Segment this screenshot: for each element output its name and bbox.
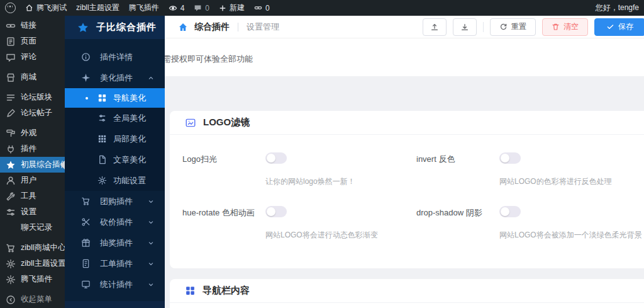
download-icon bbox=[460, 23, 469, 31]
plugin-nav-label: 砍价插件 bbox=[100, 217, 133, 228]
invert-toggle[interactable] bbox=[499, 152, 521, 164]
drop-shadow-toggle[interactable] bbox=[499, 206, 521, 217]
adminbar-tengfei-label: 腾飞插件 bbox=[129, 3, 159, 13]
plugin-nav-label: 全局美化 bbox=[113, 113, 146, 124]
plugin-nav-nav-beautify[interactable]: 导航美化 bbox=[65, 88, 165, 108]
adminbar-greeting[interactable]: 您好，tengfe bbox=[596, 3, 639, 13]
plugin-nav-article-beautify[interactable]: 文章美化 bbox=[65, 149, 165, 170]
link-count: 0 bbox=[265, 4, 270, 13]
logo-sweep-toggle[interactable] bbox=[265, 152, 287, 164]
hue-rotate-toggle[interactable] bbox=[265, 206, 287, 217]
sidebar-item-comments[interactable]: 评论 bbox=[0, 49, 65, 65]
adminbar-new[interactable]: 新建 bbox=[219, 3, 245, 13]
home-icon bbox=[25, 4, 33, 12]
adminbar-tengfei-plugin[interactable]: 腾飞插件 bbox=[129, 3, 159, 13]
adminbar-links-count[interactable]: 0 bbox=[254, 4, 270, 13]
plugin-nav-lottery-group[interactable]: 抽奖插件 bbox=[65, 232, 165, 253]
field-description: 让你的网站logo焕然一新！ bbox=[265, 176, 355, 187]
sidebar-item-zibll-shop-center[interactable]: zibll商城中心 bbox=[0, 240, 65, 256]
field-description: 网站LOGO的色彩将进行反色处理 bbox=[499, 176, 612, 187]
reset-button[interactable]: 重置 bbox=[490, 18, 536, 36]
main-content: 综合插件 设置管理 重置 清空 bbox=[165, 16, 644, 308]
sliders-icon bbox=[97, 113, 107, 123]
view-count: 4 bbox=[180, 4, 185, 13]
plugin-nav-label: 导航美化 bbox=[113, 93, 146, 104]
trash-icon bbox=[552, 23, 560, 31]
card-navbar-content: 导航栏内容 吸附宽度加宽 禁用细雾功能 bbox=[170, 279, 644, 308]
sidebar-item-forum-posts[interactable]: 论坛帖子 bbox=[0, 105, 65, 121]
adminbar-comments[interactable]: 0 bbox=[194, 4, 209, 13]
sidebar-item-zibll-theme-settings[interactable]: zibll主题设置 bbox=[0, 256, 65, 271]
collapse-menu-button[interactable]: 收起菜单 bbox=[0, 292, 65, 307]
plugin-nav-label: 统计插件 bbox=[100, 279, 133, 290]
license-notice-text: 需授权即可体验全部功能 bbox=[165, 54, 644, 65]
sidebar-item-settings[interactable]: 设置 bbox=[0, 204, 65, 220]
adminbar-zibll-settings[interactable]: zibll主题设置 bbox=[76, 3, 119, 13]
save-button[interactable]: 保存 bbox=[594, 18, 644, 36]
plugin-sidebar-header: 子比综合插件 bbox=[65, 16, 165, 39]
plugin-nav-stats-group[interactable]: 统计插件 bbox=[65, 274, 165, 295]
sidebar-item-links[interactable]: 链接 bbox=[0, 18, 65, 33]
plus-icon bbox=[219, 4, 226, 12]
plugin-nav-ticket-group[interactable]: 工单插件 bbox=[65, 253, 165, 274]
export-button[interactable] bbox=[453, 18, 477, 36]
field-invert: invert 反色 网站LOGO的色彩将进行反色处理 bbox=[416, 152, 644, 187]
import-button[interactable] bbox=[423, 18, 447, 36]
comment-icon bbox=[194, 4, 202, 12]
refresh-icon bbox=[499, 23, 508, 31]
list-icon bbox=[6, 93, 16, 103]
field-label: invert 反色 bbox=[416, 152, 499, 165]
adminbar-views[interactable]: 4 bbox=[169, 4, 185, 13]
toggle-knob bbox=[501, 154, 509, 163]
sidebar-item-forum-sections[interactable]: 论坛版块 bbox=[0, 89, 65, 105]
link-icon bbox=[6, 21, 16, 31]
field-label: hue-rotate 色相动画 bbox=[182, 206, 265, 219]
field-logo-sweep: Logo扫光 让你的网站logo焕然一新！ bbox=[182, 152, 416, 187]
image-icon bbox=[185, 117, 196, 128]
sidebar-item-label: 聊天记录 bbox=[21, 222, 52, 233]
sidebar-item-label: 用户 bbox=[21, 175, 36, 186]
card-title: 导航栏内容 bbox=[203, 285, 250, 297]
info-icon bbox=[81, 52, 91, 62]
card-header: LOGO滤镜 bbox=[170, 111, 644, 135]
page-icon bbox=[6, 37, 16, 47]
new-label: 新建 bbox=[230, 3, 245, 13]
grid-icon bbox=[97, 93, 107, 103]
sidebar-item-label: 页面 bbox=[21, 36, 36, 47]
card-title: LOGO滤镜 bbox=[203, 117, 250, 128]
clear-button[interactable]: 清空 bbox=[542, 18, 588, 36]
plugin-nav-beautify-group[interactable]: 美化插件 bbox=[65, 67, 165, 88]
sidebar-item-tengfei-plugin[interactable]: 腾飞插件 bbox=[0, 271, 65, 287]
sidebar-item-appearance[interactable]: 外观 bbox=[0, 125, 65, 141]
sidebar-item-plugins[interactable]: 插件 bbox=[0, 141, 65, 157]
sidebar-item-label: 商城 bbox=[21, 72, 36, 83]
sidebar-item-chuchen-plugin[interactable]: 初晨综合插件 bbox=[0, 157, 65, 173]
plugin-nav-partial-beautify[interactable]: 局部美化 bbox=[65, 128, 165, 149]
sidebar-item-label: zibll商城中心 bbox=[21, 242, 66, 253]
plugin-nav-label: 团购插件 bbox=[100, 196, 133, 207]
plugin-nav-global-beautify[interactable]: 全局美化 bbox=[65, 108, 165, 128]
sidebar-item-label: 评论 bbox=[21, 52, 36, 62]
page-subtitle[interactable]: 设置管理 bbox=[247, 21, 279, 33]
page-title: 综合插件 bbox=[194, 21, 230, 33]
toggle-knob bbox=[267, 207, 275, 216]
plugin-nav-bargain-group[interactable]: 砍价插件 bbox=[65, 212, 165, 232]
plugin-nav-details[interactable]: 插件详情 bbox=[65, 47, 165, 67]
plugin-nav-groupbuy-group[interactable]: 团购插件 bbox=[65, 191, 165, 212]
adminbar-site[interactable]: 腾飞测试 bbox=[25, 3, 67, 13]
wordpress-logo-icon[interactable] bbox=[5, 3, 16, 13]
beautify-submenu: 导航美化 全局美化 局部美化 文章美化 功能设置 bbox=[65, 88, 165, 191]
reset-label: 重置 bbox=[511, 21, 526, 32]
file-icon bbox=[97, 155, 107, 164]
screen: 腾飞测试 zibll主题设置 腾飞插件 4 0 新建 0 bbox=[0, 0, 644, 308]
sidebar-item-label: 插件 bbox=[21, 144, 36, 154]
sidebar-item-tools[interactable]: 工具 bbox=[0, 188, 65, 204]
sidebar-item-pages[interactable]: 页面 bbox=[0, 33, 65, 49]
plugin-sidebar: 子比综合插件 插件详情 美化插件 导航美化 全局美化 bbox=[65, 16, 165, 308]
sidebar-item-shop[interactable]: 商城 bbox=[0, 69, 65, 85]
active-dot bbox=[86, 97, 88, 100]
chevron-up-icon bbox=[147, 74, 155, 82]
plugin-nav-function-settings[interactable]: 功能设置 bbox=[65, 170, 165, 191]
sidebar-item-chat-log[interactable]: 聊天记录 bbox=[0, 220, 65, 236]
sidebar-item-users[interactable]: 用户 bbox=[0, 173, 65, 188]
